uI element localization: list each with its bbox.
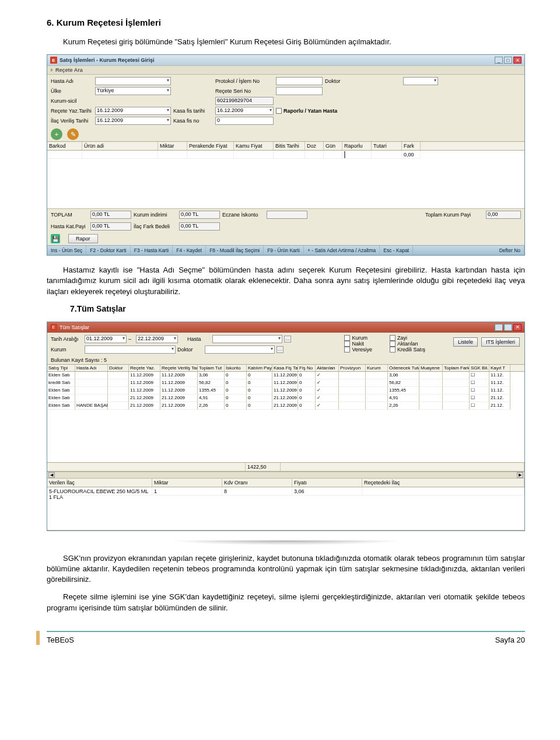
select-ulke[interactable]: Türkiye — [95, 87, 171, 95]
chk-aktarilan[interactable] — [390, 341, 396, 347]
input-recete-seri[interactable] — [276, 87, 323, 95]
save-icon[interactable]: 💾 — [51, 234, 60, 243]
sub-miktar: 1 — [152, 487, 222, 495]
maximize-button[interactable]: □ — [504, 324, 512, 331]
its-islemleri-button[interactable]: ITS İşlemleri — [481, 337, 520, 347]
col-raporlu: Raporlu — [342, 142, 372, 150]
input-kasa-fis-no[interactable]: 0 — [215, 117, 274, 125]
ts-row[interactable]: Elden Satı11.12.200911.12.20093,060011.1… — [47, 372, 524, 379]
dash: – — [128, 336, 134, 342]
select-doktor[interactable] — [403, 77, 438, 85]
add-item-icon[interactable]: + — [51, 128, 62, 140]
label-toplam: TOPLAM — [51, 212, 88, 218]
col-kamu: Kamu Fiyat — [234, 142, 274, 150]
window-title-text: Satış İşlemleri - Kurum Reçetesi Girişi — [60, 57, 155, 63]
label-eczane-isk: Eczane İskonto — [222, 212, 264, 218]
listele-button[interactable]: Listele — [453, 337, 478, 347]
input-protokol[interactable] — [276, 77, 323, 85]
label-raporlu: Raporlu / Yatan Hasta — [284, 108, 337, 114]
ts-row[interactable]: Elden Satı11.12.200911.12.20091355,45001… — [47, 387, 524, 395]
sub-ilac: 5-FLUOROURACIL EBEWE 250 MG/5 ML 1 FLA — [47, 487, 152, 495]
label-hasta-kat: Hasta Kat.Payi — [51, 224, 88, 229]
paragraph-explain-7a: SGK'nın provizyon ekranından yapılan reç… — [47, 553, 525, 585]
date-kasa-fis[interactable]: 16.12.2009 — [215, 107, 274, 115]
rapor-button[interactable]: Rapor — [68, 234, 98, 243]
drop-shadow — [169, 540, 402, 546]
shortcut-ins: Ins - Ürün Seç — [47, 246, 86, 255]
select-doktor-filter[interactable] — [205, 345, 275, 354]
ts-row[interactable]: kredili Satı11.12.200911.12.200956,82001… — [47, 379, 524, 387]
maximize-button[interactable]: □ — [504, 57, 512, 64]
window-titlebar: E Satış İşlemleri - Kurum Reçetesi Giriş… — [47, 55, 524, 65]
sub-kdv: 8 — [222, 487, 292, 495]
app-icon: E — [50, 57, 57, 64]
chk-nakit[interactable] — [344, 341, 350, 347]
label-kurum-filter: Kurum — [51, 347, 83, 352]
chk-zayi[interactable] — [390, 335, 396, 341]
scroll-left-icon[interactable]: ◀ — [48, 472, 55, 478]
ts-grid-body[interactable]: Elden Satı11.12.200911.12.20093,060011.1… — [47, 372, 524, 410]
chk-lbl-kredili: Kredili Satış — [397, 347, 425, 352]
ts-sub-blank — [47, 495, 524, 530]
row-checkbox[interactable] — [344, 151, 345, 158]
value-ilac-fark: 0,00 TL — [179, 222, 220, 231]
col-tutari: Tutari — [372, 142, 402, 150]
footer-left: TeBEoS — [47, 636, 74, 644]
sub-fiyat: 3,06 — [292, 487, 362, 495]
label-kurum-sicil: Kurum-sicil — [51, 98, 93, 104]
window-kurum-recetesi-girisi: E Satış İşlemleri - Kurum Reçetesi Giriş… — [47, 54, 525, 256]
item-detail-icon[interactable]: ✎ — [67, 128, 79, 140]
paragraph-intro-6: Kurum Reçetesi giriş bölümünde "Satış İş… — [47, 37, 525, 47]
window2-titlebar: E Tüm Satışlar _ □ ✕ — [47, 322, 524, 333]
scroll-right-icon[interactable]: ▶ — [517, 472, 523, 478]
lookup-hasta-icon[interactable]: … — [284, 336, 291, 343]
label-kasa-fis-tarihi: Kasa fis tarihi — [173, 108, 213, 114]
shortcut-plus: + - Satis Adet Artirma / Azaltma — [304, 246, 380, 255]
chk-kredili[interactable] — [390, 347, 396, 352]
date-to[interactable]: 22.12.2009 — [136, 335, 178, 343]
value-kurum-ind: 0,00 TL — [179, 211, 220, 219]
ts-row[interactable]: Elden Satı21.12.200921.12.20094,910021.1… — [47, 395, 524, 402]
label-ilac-verilis: İlaç Veriliş Tarihi — [51, 118, 93, 124]
select-hasta-filter[interactable] — [212, 335, 282, 343]
select-hasta-adi[interactable] — [95, 77, 171, 85]
chk-veresiye[interactable] — [344, 347, 350, 352]
record-count: Bulunan Kayıt Sayısı : 5 — [47, 356, 524, 364]
chk-lbl-veresiye: Veresiye — [352, 347, 372, 352]
minimize-button[interactable]: _ — [495, 57, 503, 64]
label-ulke: Ülke — [51, 88, 93, 94]
chk-lbl-aktarilan: Aktarılan — [397, 341, 418, 347]
close-button[interactable]: ✕ — [513, 57, 522, 64]
date-recete-yaz[interactable]: 16.12.2009 — [95, 107, 171, 115]
col-miktar: Miktar — [158, 142, 187, 150]
label-recete-seri: Reçete Seri No — [215, 88, 274, 94]
col-perakende: Perakende Fiyat — [187, 142, 234, 150]
row-fark: 0,00 — [402, 151, 421, 159]
chk-kurum[interactable] — [344, 335, 350, 341]
section-header-recete-ara: Reçete Ara — [47, 65, 524, 75]
label-doktor-filter: Doktor — [177, 347, 203, 352]
col-gun: Gün — [324, 142, 342, 150]
grid-row-empty: 0,00 — [47, 151, 524, 159]
ts-row[interactable]: Elden SatıHANDE BAŞARAN21.12.200921.12.2… — [47, 402, 524, 410]
shortcut-f2: F2 - Doktor Karti — [86, 246, 130, 255]
grid-body[interactable]: 0,00 — [47, 151, 524, 209]
grid-header: Barkod Ürün adi Miktar Perakende Fiyat K… — [47, 141, 524, 151]
minimize-button[interactable]: _ — [495, 324, 503, 331]
h-scrollbar[interactable]: ◀ ▶ — [47, 472, 524, 479]
page-footer: TeBEoS Sayfa 20 — [47, 631, 525, 644]
ts-grid-header: Satış TipiHasta AdıDoktor Reçete Yaz.Reç… — [47, 364, 524, 372]
date-ilac-verilis[interactable]: 16.12.2009 — [95, 117, 171, 125]
close-button[interactable]: ✕ — [513, 324, 522, 331]
lookup-doktor-icon[interactable]: … — [276, 346, 284, 353]
label-doktor: Doktor — [325, 78, 401, 84]
select-kurum-filter[interactable] — [85, 345, 176, 354]
date-from[interactable]: 01.12.2009 — [85, 335, 127, 343]
checkbox-raporlu[interactable] — [276, 108, 282, 114]
shortcut-f9: F9 - Ürün Karti — [264, 246, 304, 255]
shortcut-defter: Defter No — [496, 246, 524, 255]
ts-grid-blank — [47, 410, 524, 462]
paragraph-explain-7b: Reçete silme işlemini ise yine SGK'dan k… — [47, 592, 525, 613]
chk-lbl-kurum: Kurum — [352, 335, 368, 341]
col-barkod: Barkod — [47, 142, 82, 150]
